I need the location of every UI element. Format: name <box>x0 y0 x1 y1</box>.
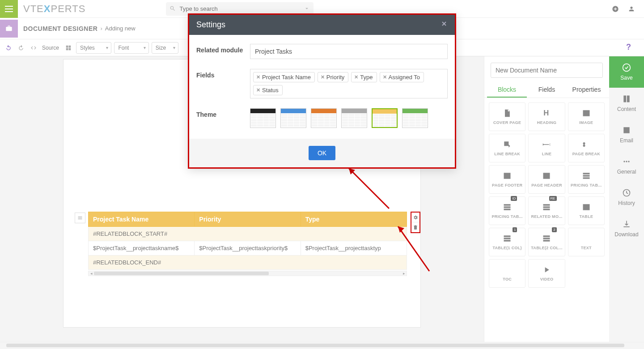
block-item-cover-page[interactable]: COVER PAGE <box>489 102 525 131</box>
table-cell[interactable]: $ProjectTask__projecttasktyp <box>301 241 407 255</box>
tag-remove-icon[interactable]: ✕ <box>383 74 387 80</box>
field-tag[interactable]: ✕ Type <box>351 72 377 82</box>
block-item-toc[interactable]: TOC <box>489 259 525 288</box>
block-item-table-1-col-[interactable]: TABLE(1 COL) <box>489 228 525 256</box>
tab-fields[interactable]: Fields <box>527 82 567 98</box>
block-item-related-mo-[interactable]: RELATED MO... <box>528 196 565 225</box>
blocks-grid: COVER PAGEHHEADINGIMAGELINE BREAKLINEPAG… <box>484 98 609 292</box>
tag-remove-icon[interactable]: ✕ <box>256 87 260 93</box>
text-icon <box>581 234 591 243</box>
font-select[interactable]: Font <box>114 42 148 54</box>
rail-email[interactable]: Email <box>609 119 644 150</box>
block-item-text[interactable]: TEXT <box>568 228 605 256</box>
block-item-page-header[interactable]: PAGE HEADER <box>528 165 565 194</box>
user-icon[interactable] <box>628 5 635 13</box>
close-icon <box>441 20 448 27</box>
table-cell[interactable]: $ProjectTask__projecttaskpriority$ <box>195 241 301 255</box>
svg-point-7 <box>626 161 627 162</box>
rail-save[interactable]: Save <box>609 56 644 88</box>
page-hscroll[interactable] <box>0 342 644 349</box>
theme-swatch[interactable] <box>280 108 306 128</box>
block-item-video[interactable]: VIDEO <box>528 259 565 288</box>
module-icon <box>0 20 18 38</box>
field-tag[interactable]: ✕ Priority <box>318 72 348 82</box>
block-item-page-break[interactable]: PAGE BREAK <box>568 134 605 162</box>
breadcrumb-sub: Adding new <box>105 25 136 32</box>
block-item-pricing-tab-[interactable]: PRICING TAB... <box>489 196 525 225</box>
modal-close-button[interactable] <box>441 20 448 30</box>
tag-remove-icon[interactable]: ✕ <box>321 74 325 80</box>
doc-name-input[interactable] <box>491 63 603 78</box>
field-tag[interactable]: ✕ Status <box>253 85 283 95</box>
doc-icon <box>502 109 512 118</box>
field-label: Theme <box>196 108 250 128</box>
annotation-arrow <box>394 222 438 282</box>
undo-button[interactable] <box>4 43 13 53</box>
table-cell[interactable]: #RELATEDBLOCK_END# <box>89 255 407 270</box>
rail-content[interactable]: Content <box>609 88 644 119</box>
theme-swatch[interactable] <box>341 108 367 128</box>
drag-handle[interactable] <box>75 213 85 223</box>
field-tag[interactable]: ✕ Assigned To <box>380 72 424 82</box>
hline-icon <box>542 140 551 149</box>
ok-button[interactable]: OK <box>309 146 335 160</box>
briefcase-icon <box>4 25 13 32</box>
block-item-table[interactable]: TABLE <box>568 196 605 225</box>
block-item-page-footer[interactable]: PAGE FOOTER <box>489 165 525 194</box>
plus-icon[interactable] <box>612 5 619 13</box>
search-dropdown-icon[interactable] <box>304 5 310 12</box>
block-settings-button[interactable] <box>411 213 419 222</box>
header-icon <box>542 171 551 180</box>
styles-select[interactable]: Styles <box>76 42 111 54</box>
templates-button[interactable] <box>64 43 73 53</box>
action-rail: SaveContentEmailGeneralHistoryDownload <box>609 56 644 349</box>
block-item-image[interactable]: IMAGE <box>568 102 605 131</box>
tag-remove-icon[interactable]: ✕ <box>354 74 358 80</box>
video-icon <box>542 265 551 274</box>
menu-toggle[interactable] <box>0 0 18 18</box>
tab-blocks[interactable]: Blocks <box>487 82 527 98</box>
related-module-input[interactable] <box>250 44 448 59</box>
source-button[interactable] <box>29 43 38 53</box>
rail-history[interactable]: History <box>609 182 644 213</box>
rail-download[interactable]: Download <box>609 213 644 244</box>
email-icon <box>622 126 631 135</box>
redo-button[interactable] <box>16 43 26 53</box>
theme-swatch[interactable] <box>402 108 428 128</box>
block-item-line-break[interactable]: LINE BREAK <box>489 134 525 162</box>
help-button[interactable]: ? <box>626 43 637 53</box>
ptable-icon <box>542 203 551 212</box>
theme-options <box>250 108 448 128</box>
modal-title: Settings <box>196 20 225 30</box>
breadcrumb-sep: › <box>100 25 102 32</box>
toc-icon <box>502 265 512 274</box>
rail-general[interactable]: General <box>609 150 644 182</box>
linebreak-icon <box>502 140 512 149</box>
history-icon <box>622 188 631 197</box>
theme-swatch[interactable] <box>372 108 398 128</box>
tag-remove-icon[interactable]: ✕ <box>256 74 260 80</box>
check-icon <box>622 63 631 72</box>
fields-tags[interactable]: ✕ Project Task Name✕ Priority✕ Type✕ Ass… <box>250 69 448 98</box>
table-hscroll[interactable]: ◂ ▸ <box>88 271 407 276</box>
theme-swatch[interactable] <box>250 108 276 128</box>
table-cell[interactable]: #RELATEDBLOCK_START# <box>89 227 407 241</box>
block-item-pricing-tab-[interactable]: PRICING TAB... <box>568 165 605 194</box>
ptable-icon <box>502 203 512 212</box>
footer-icon <box>502 171 512 180</box>
breadcrumb-main[interactable]: DOCUMENT DESIGNER <box>23 25 97 32</box>
svg-line-2 <box>398 226 429 271</box>
size-select[interactable]: Size <box>152 42 178 54</box>
download-icon <box>622 220 631 229</box>
table-cell[interactable]: $ProjectTask__projecttaskname$ <box>89 241 195 255</box>
theme-swatch[interactable] <box>311 108 337 128</box>
modal-body: Related module Fields ✕ Project Task Nam… <box>189 35 455 139</box>
block-item-table-2-col-[interactable]: TABLE(2 COL... <box>528 228 565 256</box>
dots-icon <box>622 157 631 166</box>
block-item-heading[interactable]: HHEADING <box>528 102 565 131</box>
cut-icon <box>581 140 591 149</box>
field-tag[interactable]: ✕ Project Task Name <box>253 72 315 82</box>
block-item-line[interactable]: LINE <box>528 134 565 162</box>
ptable-icon <box>542 234 551 243</box>
tab-properties[interactable]: Properties <box>567 82 606 98</box>
